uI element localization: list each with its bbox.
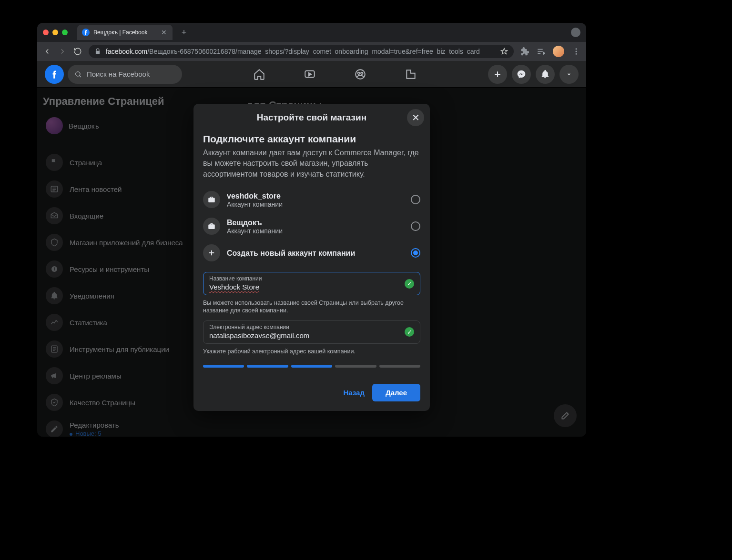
lock-icon bbox=[94, 48, 101, 55]
reload-icon[interactable] bbox=[73, 47, 82, 56]
shop-setup-modal: Настройте свой магазин ✕ Подключите акка… bbox=[193, 104, 430, 411]
modal-header: Настройте свой магазин ✕ bbox=[193, 104, 430, 131]
option-title: Создать новый аккаунт компании bbox=[227, 249, 404, 258]
company-name-hint: Вы можете использовать название своей Ст… bbox=[203, 299, 420, 315]
tab-title: Вещдокъ | Facebook bbox=[93, 29, 157, 36]
bookmark-star-icon[interactable] bbox=[500, 48, 508, 55]
modal-description: Аккаунт компании дает вам доступ к Comme… bbox=[203, 148, 420, 180]
account-option[interactable]: ВещдокъАккаунт компании bbox=[203, 213, 420, 240]
option-title: veshdok_store bbox=[227, 191, 404, 200]
create-icon[interactable] bbox=[488, 65, 507, 84]
tab-strip: Вещдокъ | Facebook ✕ + bbox=[37, 23, 586, 42]
modal-title: Настройте свой магазин bbox=[257, 112, 366, 123]
watch-icon[interactable] bbox=[303, 68, 316, 81]
close-modal-button[interactable]: ✕ bbox=[407, 109, 424, 126]
valid-check-icon: ✓ bbox=[405, 279, 414, 289]
company-email-value: natalispasibozavse@gmail.com bbox=[209, 331, 414, 340]
svg-point-7 bbox=[358, 72, 360, 74]
facebook-favicon-icon bbox=[82, 29, 90, 36]
new-tab-button[interactable]: + bbox=[177, 28, 191, 38]
playlist-icon[interactable] bbox=[537, 47, 545, 56]
company-name-value: Veshdock Store bbox=[209, 283, 414, 291]
briefcase-icon bbox=[203, 191, 220, 208]
svg-point-6 bbox=[356, 70, 365, 79]
radio-icon[interactable] bbox=[411, 195, 420, 204]
groups-icon[interactable] bbox=[354, 68, 367, 81]
plus-icon bbox=[203, 244, 220, 261]
notifications-icon[interactable] bbox=[536, 65, 555, 84]
option-subtitle: Аккаунт компании bbox=[227, 227, 404, 235]
account-option[interactable]: Создать новый аккаунт компании bbox=[203, 240, 420, 266]
briefcase-icon bbox=[203, 218, 220, 235]
option-subtitle: Аккаунт компании bbox=[227, 200, 404, 208]
step-progress bbox=[203, 365, 420, 368]
browser-window: Вещдокъ | Facebook ✕ + facebook.com/Вещд… bbox=[37, 23, 586, 437]
search-placeholder: Поиск на Facebook bbox=[87, 70, 150, 78]
facebook-search[interactable]: Поиск на Facebook bbox=[68, 65, 182, 84]
company-email-hint: Укажите рабочий электронный адрес вашей … bbox=[203, 348, 420, 355]
svg-point-4 bbox=[76, 71, 80, 76]
browser-tab[interactable]: Вещдокъ | Facebook ✕ bbox=[77, 25, 173, 40]
company-email-label: Электронный адрес компании bbox=[209, 324, 414, 330]
facebook-logo-icon[interactable] bbox=[45, 65, 64, 84]
nav-back-icon[interactable] bbox=[43, 47, 51, 56]
modal-heading: Подключите аккаунт компании bbox=[203, 133, 420, 145]
search-icon bbox=[74, 70, 82, 78]
company-email-field[interactable]: Электронный адрес компании natalispasibo… bbox=[203, 320, 420, 344]
company-name-label: Название компании bbox=[209, 275, 414, 282]
extensions-icon[interactable] bbox=[520, 47, 529, 56]
radio-icon[interactable] bbox=[411, 248, 420, 258]
radio-icon[interactable] bbox=[411, 221, 420, 231]
profile-avatar-icon[interactable] bbox=[553, 46, 564, 57]
svg-point-8 bbox=[361, 72, 363, 74]
nav-forward-icon[interactable] bbox=[58, 47, 67, 56]
close-window-icon[interactable] bbox=[43, 30, 49, 35]
svg-point-2 bbox=[576, 51, 577, 52]
account-menu-icon[interactable] bbox=[559, 65, 579, 84]
gaming-icon[interactable] bbox=[404, 68, 417, 81]
svg-point-3 bbox=[576, 53, 577, 55]
facebook-top-bar: Поиск на Facebook bbox=[37, 61, 586, 88]
window-traffic-lights[interactable] bbox=[43, 30, 72, 35]
close-tab-icon[interactable]: ✕ bbox=[161, 29, 167, 36]
maximize-window-icon[interactable] bbox=[62, 30, 68, 35]
back-button[interactable]: Назад bbox=[343, 389, 364, 397]
kebab-menu-icon[interactable] bbox=[572, 47, 580, 56]
address-bar: facebook.com/Вещдокъ-668750600216878/man… bbox=[37, 42, 586, 61]
account-option[interactable]: veshdok_storeАккаунт компании bbox=[203, 186, 420, 213]
svg-point-1 bbox=[576, 48, 577, 50]
url-box[interactable]: facebook.com/Вещдокъ-668750600216878/man… bbox=[89, 45, 514, 58]
chrome-account-icon[interactable] bbox=[571, 28, 580, 37]
next-button[interactable]: Далее bbox=[372, 384, 420, 401]
url-text: facebook.com/Вещдокъ-668750600216878/man… bbox=[106, 48, 496, 55]
home-icon[interactable] bbox=[253, 68, 266, 81]
messenger-icon[interactable] bbox=[512, 65, 531, 84]
option-title: Вещдокъ bbox=[227, 218, 404, 227]
minimize-window-icon[interactable] bbox=[52, 30, 58, 35]
top-nav bbox=[186, 68, 484, 81]
valid-check-icon: ✓ bbox=[405, 327, 414, 337]
company-name-field[interactable]: Название компании Veshdock Store ✓ bbox=[203, 272, 420, 295]
modal-footer: Назад Далее bbox=[193, 375, 430, 411]
